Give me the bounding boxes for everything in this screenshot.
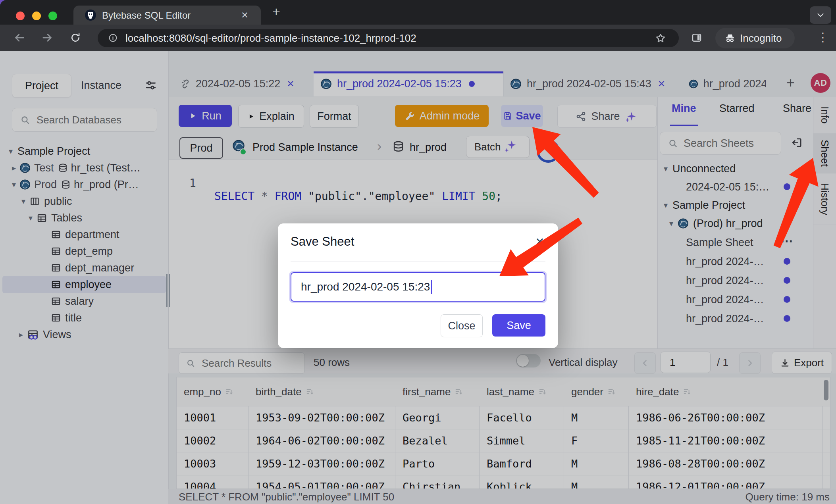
modal-close-button[interactable]: Close — [441, 314, 483, 337]
table-scrollbar-thumb[interactable] — [824, 380, 828, 400]
sheets-group-unconnected[interactable]: ▾ Unconnected — [664, 160, 736, 177]
sql-editor-line[interactable]: 1 SELECT * FROM "public"."employee" LIMI… — [169, 164, 657, 181]
sheets-search-box[interactable] — [660, 132, 781, 155]
table-cell[interactable]: M — [564, 475, 636, 489]
sort-icon[interactable] — [683, 387, 692, 396]
sheets-tab-starred[interactable]: Starred — [719, 102, 755, 115]
database-search-box[interactable] — [12, 108, 157, 132]
browser-tab[interactable]: Bytebase SQL Editor ✕ — [73, 6, 261, 25]
side-tab-sheet[interactable]: Sheet — [813, 133, 836, 173]
table-cell[interactable]: 1986-12-01T00:00:00Z — [629, 475, 786, 489]
results-search-box[interactable] — [179, 352, 305, 374]
sheets-group-database[interactable]: ▾ (Prod) hr_prod — [669, 215, 763, 232]
caret-down-icon[interactable]: ▾ — [9, 147, 13, 155]
sheet-name-input[interactable]: hr_prod 2024-02-05 15:23 — [291, 272, 545, 302]
vertical-display-toggle[interactable] — [516, 354, 541, 367]
sheet-item[interactable]: hr_prod 2024-… — [686, 272, 785, 289]
breadcrumb-instance[interactable]: Prod Sample Instance — [252, 141, 358, 154]
table-cell[interactable]: 10001 — [177, 406, 255, 429]
table-row[interactable]: 10001 1953-09-02T00:00:00Z Georgi Facell… — [177, 406, 830, 429]
sheets-tab-mine[interactable]: Mine — [672, 102, 696, 115]
sheet-item[interactable]: hr_prod 2024-… — [686, 291, 785, 308]
tree-node-schema[interactable]: ▾ public — [21, 193, 72, 210]
url-text[interactable]: localhost:8080/sql-editor/prod-sample-in… — [125, 32, 641, 44]
column-header[interactable]: last_name — [480, 377, 571, 406]
tree-node-views[interactable]: ▸ Views — [19, 326, 71, 343]
sidebar-resize-handle[interactable] — [166, 274, 168, 307]
collapse-panel-icon[interactable] — [791, 137, 803, 149]
tree-node-tables[interactable]: ▾ Tables — [29, 210, 82, 226]
editor-tab-2-active[interactable]: hr_prod 2024-02-05 15:23 — [314, 71, 504, 96]
sheet-item[interactable]: Sample Sheet — [686, 234, 753, 251]
column-header[interactable]: birth_date — [248, 377, 402, 406]
table-cell[interactable]: Simmel — [480, 429, 571, 452]
editor-tab-4[interactable]: hr_prod 2024-0 — [683, 71, 766, 96]
tree-table-item[interactable]: dept_emp — [51, 243, 113, 260]
tab-close-icon[interactable]: ✕ — [287, 79, 294, 89]
caret-down-icon[interactable]: ▾ — [664, 165, 668, 173]
table-cell[interactable]: M — [564, 406, 636, 429]
forward-icon[interactable] — [41, 32, 53, 44]
tree-table-item[interactable]: salary — [51, 293, 94, 310]
sheets-tab-share[interactable]: Share — [783, 102, 811, 115]
modal-save-button[interactable]: Save — [492, 314, 545, 337]
tab-search-button[interactable] — [810, 6, 831, 24]
tree-node-prod-db[interactable]: ▾ Prod hr_prod (Pr… — [12, 176, 167, 193]
caret-right-icon[interactable]: ▸ — [12, 164, 16, 172]
side-panel-icon[interactable] — [691, 32, 703, 44]
format-button[interactable]: Format — [310, 105, 359, 128]
breadcrumb-database[interactable]: hr_prod — [410, 141, 447, 154]
side-tab-info[interactable]: Info — [813, 97, 836, 134]
share-button[interactable]: Share — [557, 105, 657, 128]
modal-close-icon[interactable]: ✕ — [535, 235, 544, 248]
table-cell[interactable]: 1953-09-02T00:00:00Z — [248, 406, 402, 429]
sort-icon[interactable] — [455, 387, 463, 396]
sheet-item[interactable]: hr_prod 2024-… — [686, 310, 785, 327]
column-header[interactable]: gender — [564, 377, 636, 406]
sort-icon[interactable] — [538, 387, 547, 396]
sort-icon[interactable] — [306, 387, 314, 396]
window-close-button[interactable] — [16, 12, 25, 20]
table-cell[interactable]: 10004 — [177, 475, 255, 489]
table-cell[interactable]: Bezalel — [395, 429, 486, 452]
url-bar[interactable]: localhost:8080/sql-editor/prod-sample-in… — [98, 29, 679, 47]
table-cell[interactable]: Georgi — [395, 406, 486, 429]
next-page-button[interactable] — [739, 352, 761, 374]
page-number-input[interactable] — [661, 352, 711, 373]
table-cell[interactable]: 1986-08-28T00:00:00Z — [629, 452, 786, 475]
prev-page-button[interactable] — [634, 352, 656, 374]
export-button[interactable]: Export — [772, 352, 832, 374]
caret-down-icon[interactable]: ▾ — [669, 219, 673, 227]
table-cell[interactable]: 1986-06-26T00:00:00Z — [629, 406, 786, 429]
table-row[interactable]: 10002 1964-06-02T00:00:00Z Bezalel Simme… — [177, 429, 830, 452]
site-info-icon[interactable] — [108, 33, 118, 43]
sheets-search-input[interactable] — [683, 137, 762, 150]
tab-close-icon[interactable]: ✕ — [241, 10, 248, 21]
table-cell[interactable]: 1959-12-03T00:00:00Z — [248, 452, 402, 475]
table-cell[interactable]: Chirstian — [395, 475, 486, 489]
new-tab-button[interactable]: + — [272, 4, 280, 19]
window-minimize-button[interactable] — [32, 12, 41, 20]
tab-close-icon[interactable]: ✕ — [658, 79, 665, 89]
sheet-item[interactable]: hr_prod 2024-… — [686, 253, 785, 270]
table-cell[interactable]: 10002 — [177, 429, 255, 452]
table-cell[interactable]: Bamford — [480, 452, 571, 475]
back-icon[interactable] — [13, 32, 25, 44]
table-row[interactable]: 10004 1954-05-01T00:00:00Z Chirstian Kob… — [177, 475, 830, 489]
table-cell[interactable]: F — [564, 429, 636, 452]
admin-mode-button[interactable]: Admin mode — [395, 105, 489, 127]
editor-tab-1[interactable]: 2024-02-05 15:22 ✕ — [175, 71, 314, 96]
caret-down-icon[interactable]: ▾ — [664, 201, 668, 209]
tree-table-item-selected[interactable]: employee — [51, 276, 112, 293]
sheet-item[interactable]: 2024-02-05 15:… — [686, 179, 785, 195]
column-header[interactable]: emp_no — [177, 377, 255, 406]
sidebar-resize-handle[interactable] — [169, 274, 170, 307]
caret-right-icon[interactable]: ▸ — [19, 331, 23, 339]
browser-menu-icon[interactable]: ⋮ — [817, 30, 829, 44]
window-zoom-button[interactable] — [48, 12, 57, 20]
table-cell[interactable]: Facello — [480, 406, 571, 429]
sheets-group-project[interactable]: ▾ Sample Project — [664, 197, 745, 214]
sidebar-tab-instance[interactable]: Instance — [81, 79, 121, 92]
avatar[interactable]: AD — [811, 73, 830, 93]
column-header[interactable]: hire_date — [629, 377, 786, 406]
